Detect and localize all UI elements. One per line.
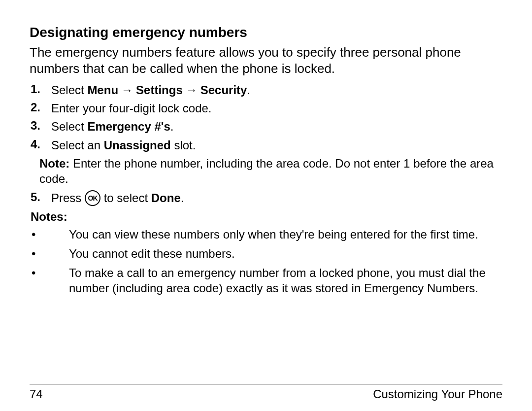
step-number: 1. [30,82,51,96]
text: slot. [171,138,196,152]
step-body: Press OK to select Done. [51,190,502,207]
steps-list: 1. Select Menu→Settings→Security. 2. Ent… [30,82,502,153]
step-body: Select an Unassigned slot. [51,137,502,153]
step-number: 5. [30,190,51,204]
text: . [170,120,174,133]
menu-label: Menu [87,83,118,97]
note-item: • You can view these numbers only when t… [30,227,502,242]
manual-page: Designating emergency numbers The emerge… [0,0,532,411]
note-item: • You cannot edit these numbers. [30,246,502,261]
notes-heading: Notes: [31,210,502,224]
step-4: 4. Select an Unassigned slot. [30,137,502,153]
text: Select [51,83,87,97]
text: . [181,191,184,205]
note-text: Enter the phone number, including the ar… [39,157,494,185]
intro-paragraph: The emergency numbers feature allows you… [30,44,502,76]
step-2: 2. Enter your four-digit lock code. [30,101,502,116]
text: to select [100,191,151,205]
section-heading: Designating emergency numbers [30,25,502,40]
ok-button-icon: OK [85,190,100,206]
arrow-icon: → [183,83,200,97]
step-body: Select Menu→Settings→Security. [51,82,502,98]
step-3: 3. Select Emergency #'s. [30,119,502,134]
steps-list-continued: 5. Press OK to select Done. [30,190,502,207]
text: Select [51,120,87,133]
note-item: • To make a call to an emergency number … [30,265,502,296]
footer-section-title: Customizing Your Phone [373,387,502,401]
arrow-icon: → [118,83,136,97]
notes-list: • You can view these numbers only when t… [30,227,502,296]
done-label: Done [151,191,181,205]
page-content: Designating emergency numbers The emerge… [30,25,502,374]
text: Select an [51,138,104,152]
inline-note: Note: Enter the phone number, including … [39,156,502,186]
bullet-icon: • [30,246,55,261]
step-1: 1. Select Menu→Settings→Security. [30,82,502,98]
text: Press [51,191,85,205]
text: . [247,83,250,97]
step-number: 4. [30,137,51,151]
note-text: To make a call to an emergency number fr… [55,265,502,296]
note-text: You can view these numbers only when the… [55,227,502,242]
step-body: Enter your four-digit lock code. [51,101,502,116]
page-number: 74 [30,387,43,401]
note-text: You cannot edit these numbers. [55,246,502,261]
page-footer: 74 Customizing Your Phone [30,384,502,401]
step-number: 3. [30,119,51,133]
bullet-icon: • [30,227,55,242]
step-5: 5. Press OK to select Done. [30,190,502,207]
unassigned-label: Unassigned [104,138,171,152]
security-label: Security [200,83,247,97]
step-number: 2. [30,101,51,114]
emergency-label: Emergency #'s [87,120,170,133]
step-body: Select Emergency #'s. [51,119,502,134]
bullet-icon: • [30,265,55,280]
note-label: Note: [39,157,69,170]
settings-label: Settings [136,83,183,97]
